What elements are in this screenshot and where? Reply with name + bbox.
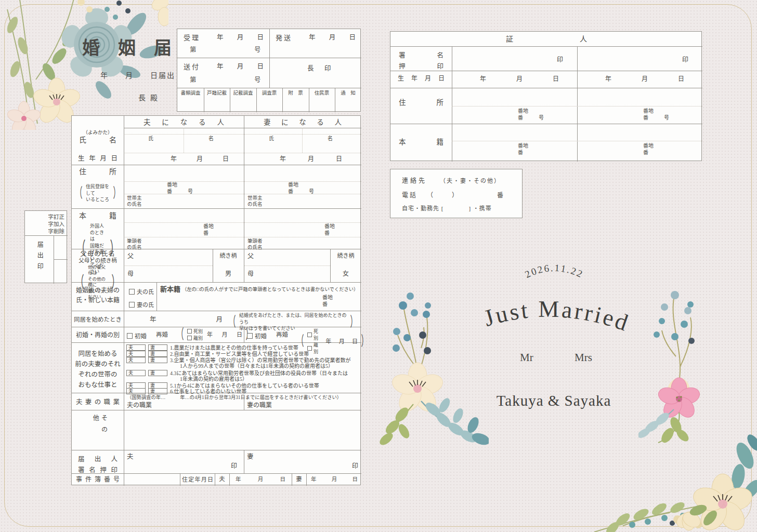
- contact-box: 連絡先 （夫・妻・その他） 電話 （ ） 番 自宅・勤務先 [ ] ・携帯: [390, 169, 523, 218]
- wife-work-checkbox[interactable]: 妻: [148, 370, 167, 376]
- stamp-cell-label: 通 知: [335, 90, 361, 97]
- occupation-label: 夫妻の職業: [76, 398, 120, 407]
- husband-birthdate-blank: 年 月 日: [171, 155, 229, 163]
- declarant-label: 届出人 署名押印: [78, 454, 118, 476]
- wife-householder-label: 世帯主 の氏名: [247, 195, 279, 208]
- case-wife-label: 妻: [292, 475, 306, 484]
- dispatch-date: 年 月 日: [309, 33, 356, 42]
- husband-father-label: 父: [127, 252, 134, 260]
- witness-domicile-label: 本籍: [399, 138, 443, 147]
- household-item-row: 夫 妻 6.仕事をしている者のいない世帯: [126, 387, 246, 395]
- widowed-checkbox[interactable]: [307, 332, 312, 337]
- receipt-dispatch-box: 受理 年 月 日 第 号 発送 年 月 日 送付 年 月 日 第 号 長 印 書…: [177, 29, 361, 112]
- celebration-couple-names: Takuya & Sayaka: [481, 391, 627, 411]
- grid-line: [577, 46, 578, 162]
- grid-line: [244, 265, 330, 266]
- declarant-husband-seal: 印: [231, 462, 237, 470]
- dispatch-label: 発送: [276, 33, 292, 43]
- new-domicile-label: 婚姻後の夫婦の 氏・新しい本籍: [73, 286, 122, 305]
- wife-work-checkbox[interactable]: 妻: [148, 388, 167, 394]
- husband-relation-header: 続き柄: [214, 252, 243, 260]
- grid-line: [124, 265, 213, 266]
- paren-open: （: [76, 187, 83, 200]
- celebration-mrs-label: Mrs: [575, 350, 592, 365]
- correction-seal-box: 字訂正 字加入 字削除 届出印: [24, 210, 67, 283]
- forward-no-prefix: 第: [190, 76, 197, 85]
- grid-line: [25, 235, 68, 236]
- first-marriage-checkbox[interactable]: [247, 333, 253, 339]
- parents-relation-label: 父母との続き柄: [74, 257, 122, 264]
- first-marriage-checkbox[interactable]: [127, 333, 133, 339]
- witness2-birth-blank: 年 月 日: [605, 75, 684, 83]
- witness-address-label: 住所: [399, 98, 443, 108]
- grid-line: [124, 237, 361, 237]
- husband-remarriage-text: 再婚: [156, 331, 168, 339]
- widowed-checkbox[interactable]: [187, 329, 192, 334]
- address-label: 住所: [79, 167, 116, 177]
- remarriage-label: 初婚・再婚の別: [74, 331, 122, 339]
- wife-birthdate-blank: 年 月 日: [280, 155, 342, 163]
- divorced-checkbox[interactable]: [187, 336, 192, 340]
- husband-relation-male: 男: [214, 270, 243, 278]
- surname-sublabel: 氏: [138, 135, 164, 142]
- submission-date-line: 年 月 日届出: [100, 71, 175, 81]
- declarant-wife-seal: 印: [352, 462, 358, 470]
- stamp-cell-label: 書類調査: [177, 90, 204, 97]
- cohabit-ym-blank: 年 月: [150, 315, 223, 324]
- husband-domicile-banchi: 番地 番: [203, 223, 224, 236]
- floral-top-left-decoration: [0, 0, 168, 130]
- husband-first-marriage-option[interactable]: 初婚: [127, 331, 147, 340]
- wife-first-marriage-option[interactable]: 初婚: [247, 331, 267, 340]
- wife-domicile-banchi: 番地 番: [324, 223, 345, 236]
- contact-phone-label: 電話: [402, 191, 417, 200]
- grid-line: [452, 46, 452, 162]
- grid-line: [302, 128, 303, 153]
- celebration-arched-text: 2026.11.22 Just Married: [452, 241, 660, 352]
- grid-line: [124, 116, 124, 486]
- declarant-wife-label: 妻: [247, 453, 254, 461]
- paren-close: ）: [113, 187, 120, 200]
- domicile-label: 本籍: [79, 211, 116, 221]
- stamp-cell-label: 調査票: [256, 90, 282, 97]
- grid-line: [452, 106, 702, 107]
- wife-mother-label: 母: [247, 270, 254, 278]
- form-title: 婚姻届: [82, 36, 172, 60]
- husband-column-header: 夫になる人: [124, 118, 244, 127]
- husband-surname-option[interactable]: 夫の氏: [129, 287, 154, 296]
- grid-line: [269, 29, 270, 88]
- grid-line: [124, 128, 361, 128]
- grid-line: [124, 153, 361, 153]
- grid-line: [124, 134, 361, 135]
- new-domicile-title: 新本籍: [160, 285, 180, 294]
- forward-date: 年 月 日: [217, 62, 264, 71]
- wife-surname-option[interactable]: 妻の氏: [129, 300, 154, 309]
- forward-label: 送付: [184, 62, 200, 72]
- husband-address-banchi: 番地 番 号: [167, 182, 214, 195]
- witness1-domicile-banchi: 番地 番: [518, 142, 539, 156]
- contact-phone-blank: （ ）: [427, 191, 458, 200]
- other-section-label: その他: [91, 415, 108, 446]
- grid-line: [177, 88, 361, 88]
- husband-surname-checkbox[interactable]: [129, 289, 135, 295]
- wife-relation-female: 女: [331, 270, 360, 278]
- celebration-title: Just Married: [481, 296, 633, 337]
- stamp-cell-label: 住民票: [309, 90, 335, 97]
- receipt-date: 年 月 日: [217, 33, 264, 42]
- witness-title: 証人: [390, 35, 702, 45]
- husband-householder-label: 世帯主 の氏名: [127, 195, 158, 208]
- birthdate-label: 生年月日: [78, 154, 118, 163]
- husband-work-checkbox[interactable]: 夫: [126, 357, 146, 363]
- husband-work-checkbox[interactable]: 夫: [126, 388, 146, 394]
- case-wife-date-blank: 年 月 日: [311, 476, 358, 483]
- contact-phone-suffix: 番: [497, 191, 503, 200]
- husband-mother-label: 母: [127, 270, 134, 278]
- celebration-mr-label: Mr: [520, 350, 533, 365]
- husband-work-checkbox[interactable]: 夫: [126, 370, 146, 376]
- wife-work-checkbox[interactable]: 妻: [148, 357, 167, 363]
- grid-line: [156, 282, 157, 311]
- grid-line: [390, 46, 702, 47]
- stamp-cell-label: 戸籍記載: [204, 90, 230, 97]
- wife-address-banchi: 番地 番 号: [288, 182, 335, 195]
- wife-surname-checkbox[interactable]: [129, 302, 135, 308]
- givenname-sublabel: 名: [198, 135, 224, 142]
